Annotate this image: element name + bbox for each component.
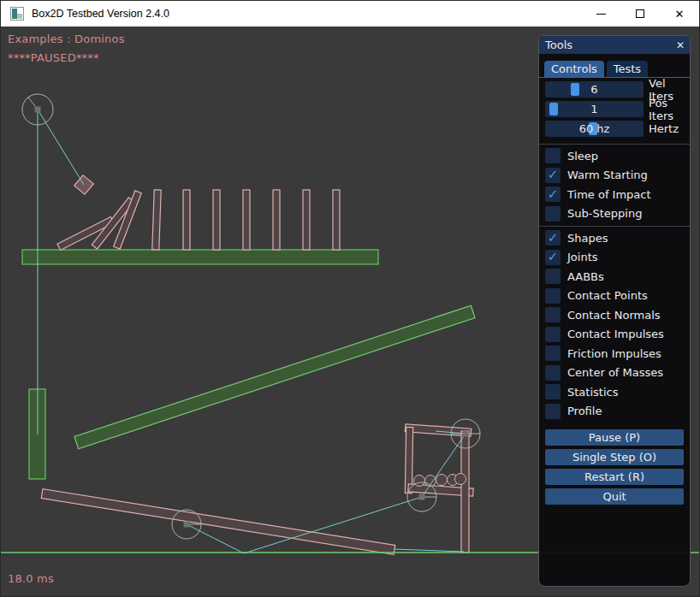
window-title: Box2D Testbed Version 2.4.0 [32, 8, 169, 20]
checkbox-shapes[interactable]: ✓Shapes [545, 230, 690, 245]
slider-track-vel-iters[interactable]: 6 [545, 81, 644, 98]
action-buttons: Pause (P)Single Step (O)Restart (R)Quit [539, 429, 690, 508]
checkbox-box[interactable]: ✓ [545, 206, 561, 222]
paused-label: ****PAUSED**** [8, 51, 99, 64]
close-button[interactable]: ✕ [660, 1, 699, 27]
domino-platform [22, 250, 378, 264]
app-icon [10, 7, 24, 21]
slider-vel-iters: 6Vel Iters [545, 81, 690, 98]
seesaw-plank [41, 489, 394, 555]
checkbox-label: Shapes [567, 232, 608, 245]
checkbox-label: Contact Impulses [567, 328, 664, 340]
checkbox-box[interactable]: ✓ [545, 148, 561, 163]
checkbox-box[interactable]: ✓ [545, 250, 561, 265]
tools-panel-close-icon[interactable]: ✕ [676, 39, 685, 51]
domino-6 [303, 190, 310, 250]
tab-controls[interactable]: Controls [544, 61, 604, 77]
single-step-o-button[interactable]: Single Step (O) [545, 449, 684, 465]
app-window: Examples : Dominos ****PAUSED**** 18.0 m… [0, 0, 700, 597]
quit-button[interactable]: Quit [545, 488, 684, 505]
joint-box-rope [38, 109, 84, 185]
minimize-icon [596, 14, 606, 15]
checkbox-box[interactable]: ✓ [545, 365, 561, 381]
checkbox-label: Warm Starting [567, 168, 648, 181]
example-label: Examples : Dominos [8, 33, 125, 45]
domino-4 [243, 190, 250, 250]
pause-p-button[interactable]: Pause (P) [545, 429, 684, 446]
checkbox-box[interactable]: ✓ [545, 288, 561, 304]
frame-left-post [405, 427, 412, 493]
tools-panel: Tools ✕ Controls Tests 6Vel Iters1Pos It… [538, 35, 691, 587]
close-icon: ✕ [675, 9, 685, 20]
checkbox-label: Friction Impulses [567, 347, 661, 360]
checkbox-label: Joints [567, 251, 598, 263]
checkbox-box[interactable]: ✓ [545, 327, 561, 342]
checkbox-label: Contact Points [567, 289, 648, 302]
checkbox-statistics[interactable]: ✓Statistics [545, 384, 690, 399]
checkbox-label: AABBs [567, 270, 604, 283]
tools-panel-title: Tools [545, 38, 572, 51]
solver-options: ✓Sleep✓Warm Starting✓Time of Impact✓Sub-… [539, 148, 690, 225]
checkbox-box[interactable]: ✓ [545, 186, 561, 202]
checkbox-label: Center of Masses [567, 366, 663, 379]
domino-1 [152, 190, 161, 250]
maximize-button[interactable] [620, 1, 660, 27]
tab-tests[interactable]: Tests [607, 61, 648, 77]
minimize-button[interactable] [581, 1, 620, 27]
checkbox-label: Contact Normals [567, 309, 661, 322]
slider-label: Hertz [649, 122, 679, 135]
slider-label: Pos Iters [649, 97, 690, 122]
domino-2 [183, 190, 190, 250]
checkbox-label: Time of Impact [567, 188, 651, 201]
slider-rows: 6Vel Iters1Pos Iters60 hzHertz [539, 81, 690, 140]
slider-value: 1 [545, 101, 644, 117]
separator [539, 144, 690, 145]
checkbox-center-of-masses[interactable]: ✓Center of Masses [545, 365, 690, 381]
checkbox-box[interactable]: ✓ [545, 230, 561, 245]
domino-7 [333, 190, 340, 250]
tab-bar: Controls Tests [539, 59, 690, 78]
checkbox-sub-stepping[interactable]: ✓Sub-Stepping [545, 206, 690, 222]
checkbox-time-of-impact[interactable]: ✓Time of Impact [545, 186, 690, 202]
draw-options: ✓Shapes✓Joints✓AABBs✓Contact Points✓Cont… [539, 230, 690, 423]
checkbox-box[interactable]: ✓ [545, 168, 561, 183]
ball-3 [436, 475, 448, 486]
slider-track-pos-iters[interactable]: 1 [545, 101, 644, 117]
checkbox-label: Profile [567, 405, 602, 417]
domino-5 [273, 190, 280, 250]
domino-3 [213, 190, 220, 250]
checkmark-icon: ✓ [548, 251, 559, 263]
checkbox-label: Sub-Stepping [567, 207, 642, 220]
checkbox-contact-points[interactable]: ✓Contact Points [545, 288, 690, 304]
checkmark-icon: ✓ [548, 232, 559, 245]
slider-value: 6 [545, 81, 644, 98]
checkbox-box[interactable]: ✓ [545, 404, 561, 419]
checkbox-label: Statistics [567, 386, 618, 399]
checkbox-sleep[interactable]: ✓Sleep [545, 148, 690, 163]
restart-r-button[interactable]: Restart (R) [545, 469, 684, 485]
checkbox-joints[interactable]: ✓Joints [545, 250, 690, 265]
ball-5 [455, 474, 466, 485]
checkbox-box[interactable]: ✓ [545, 269, 561, 284]
checkbox-contact-normals[interactable]: ✓Contact Normals [545, 307, 690, 322]
ball-1 [414, 476, 425, 487]
joint-ground-link [394, 549, 464, 552]
checkbox-friction-impulses[interactable]: ✓Friction Impulses [545, 346, 690, 361]
checkmark-icon: ✓ [548, 168, 559, 181]
slider-pos-iters: 1Pos Iters [545, 101, 690, 117]
checkbox-label: Sleep [567, 150, 598, 163]
tools-panel-titlebar[interactable]: Tools ✕ [539, 36, 690, 54]
checkbox-contact-impulses[interactable]: ✓Contact Impulses [545, 327, 690, 342]
checkbox-box[interactable]: ✓ [545, 384, 561, 399]
checkmark-icon: ✓ [548, 188, 559, 201]
frame-time-label: 18.0 ms [8, 572, 54, 585]
checkbox-box[interactable]: ✓ [545, 346, 561, 361]
slider-value: 60 hz [545, 121, 644, 137]
maximize-icon [636, 9, 644, 18]
checkbox-box[interactable]: ✓ [545, 307, 561, 322]
window-titlebar[interactable]: Box2D Testbed Version 2.4.0 ✕ [1, 1, 699, 27]
checkbox-warm-starting[interactable]: ✓Warm Starting [545, 168, 690, 183]
slider-track-hertz[interactable]: 60 hz [545, 121, 644, 137]
checkbox-profile[interactable]: ✓Profile [545, 404, 690, 419]
checkbox-aabbs[interactable]: ✓AABBs [545, 269, 690, 284]
